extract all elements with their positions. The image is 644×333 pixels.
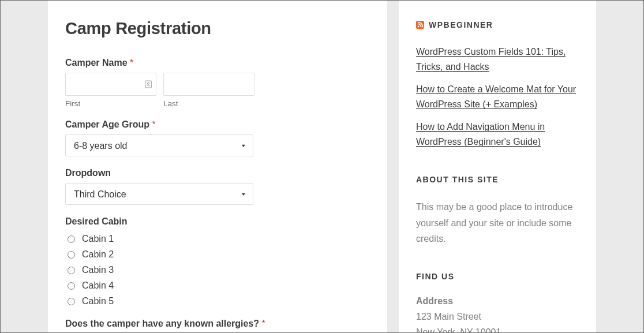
rss-feed-item: How to Add Navigation Menu in WordPress … bbox=[416, 119, 579, 150]
cabin-radio-label: Cabin 3 bbox=[82, 265, 114, 275]
svg-point-1 bbox=[147, 83, 149, 84]
required-asterisk: * bbox=[262, 319, 265, 328]
cabin-group: Desired Cabin Cabin 1 Cabin 2 Cabin 3 Ca… bbox=[65, 216, 370, 309]
address-label: Address bbox=[416, 296, 579, 306]
age-group-label: Camper Age Group * bbox=[65, 119, 370, 130]
rss-feed-link[interactable]: How to Add Navigation Menu in WordPress … bbox=[416, 122, 545, 147]
age-group-select[interactable]: 6-8 years old bbox=[65, 134, 253, 156]
camper-name-label: Camper Name * bbox=[65, 58, 370, 68]
address-line2: New York, NY 10001 bbox=[416, 324, 579, 333]
age-group-label-text: Camper Age Group bbox=[65, 119, 149, 129]
cabin-radio-input[interactable] bbox=[68, 298, 75, 305]
rss-widget-title: WPBEGINNER bbox=[416, 20, 579, 29]
first-name-sublabel: First bbox=[65, 99, 156, 108]
camper-name-group: Camper Name * Fir bbox=[65, 58, 370, 108]
camper-name-label-text: Camper Name bbox=[65, 58, 128, 68]
cabin-label: Desired Cabin bbox=[65, 216, 370, 227]
required-asterisk: * bbox=[152, 119, 156, 129]
findus-widget-title: FIND US bbox=[416, 272, 579, 281]
cabin-radio-item[interactable]: Cabin 5 bbox=[65, 294, 370, 309]
cabin-radio-item[interactable]: Cabin 4 bbox=[65, 278, 370, 294]
dropdown-group: Dropdown Third Choice bbox=[65, 168, 370, 205]
dropdown-select[interactable]: Third Choice bbox=[65, 183, 253, 205]
rss-feed-item: How to Create a Welcome Mat for Your Wor… bbox=[416, 82, 579, 113]
cabin-radio-label: Cabin 5 bbox=[82, 296, 114, 306]
rss-feed-link[interactable]: WordPress Custom Fields 101: Tips, Trick… bbox=[416, 47, 566, 72]
cabin-radio-input[interactable] bbox=[68, 282, 75, 290]
required-asterisk: * bbox=[130, 58, 133, 68]
cabin-radio-item[interactable]: Cabin 1 bbox=[65, 231, 370, 247]
about-widget: ABOUT THIS SITE This may be a good place… bbox=[416, 175, 579, 246]
findus-widget: FIND US Address 123 Main Street New York… bbox=[416, 272, 579, 333]
cabin-radio-input[interactable] bbox=[68, 235, 75, 243]
rss-feed-list: WordPress Custom Fields 101: Tips, Trick… bbox=[416, 44, 579, 149]
dropdown-label: Dropdown bbox=[65, 168, 370, 178]
page-title: Camp Registration bbox=[65, 19, 370, 38]
age-group-group: Camper Age Group * 6-8 years old bbox=[65, 119, 370, 156]
allergies-label: Does the camper have any known allergies… bbox=[65, 319, 370, 329]
rss-widget-title-text: WPBEGINNER bbox=[429, 20, 493, 29]
cabin-radio-label: Cabin 2 bbox=[82, 249, 114, 260]
allergies-group: Does the camper have any known allergies… bbox=[65, 319, 370, 329]
first-name-input[interactable] bbox=[65, 73, 156, 96]
contact-card-icon bbox=[144, 80, 153, 89]
about-widget-title: ABOUT THIS SITE bbox=[416, 175, 579, 184]
last-name-input[interactable] bbox=[163, 73, 254, 96]
cabin-radio-input[interactable] bbox=[68, 267, 75, 274]
cabin-radio-item[interactable]: Cabin 3 bbox=[65, 263, 370, 278]
about-widget-text: This may be a good place to introduce yo… bbox=[416, 199, 579, 246]
cabin-radio-label: Cabin 4 bbox=[82, 280, 114, 291]
sidebar: WPBEGINNER WordPress Custom Fields 101: … bbox=[399, 1, 596, 332]
allergies-label-text: Does the camper have any known allergies… bbox=[65, 319, 259, 328]
cabin-radio-list: Cabin 1 Cabin 2 Cabin 3 Cabin 4 Cabin 5 bbox=[65, 231, 370, 309]
cabin-radio-item[interactable]: Cabin 2 bbox=[65, 247, 370, 263]
cabin-radio-label: Cabin 1 bbox=[82, 234, 114, 244]
rss-feed-item: WordPress Custom Fields 101: Tips, Trick… bbox=[416, 44, 579, 75]
rss-widget: WPBEGINNER WordPress Custom Fields 101: … bbox=[416, 20, 579, 149]
rss-icon bbox=[416, 21, 424, 29]
main-content: Camp Registration Camper Name * bbox=[48, 1, 387, 332]
svg-point-3 bbox=[418, 26, 420, 28]
cabin-radio-input[interactable] bbox=[68, 251, 75, 259]
rss-feed-link[interactable]: How to Create a Welcome Mat for Your Wor… bbox=[416, 84, 576, 109]
last-name-sublabel: Last bbox=[163, 99, 254, 108]
address-line1: 123 Main Street bbox=[416, 309, 579, 324]
